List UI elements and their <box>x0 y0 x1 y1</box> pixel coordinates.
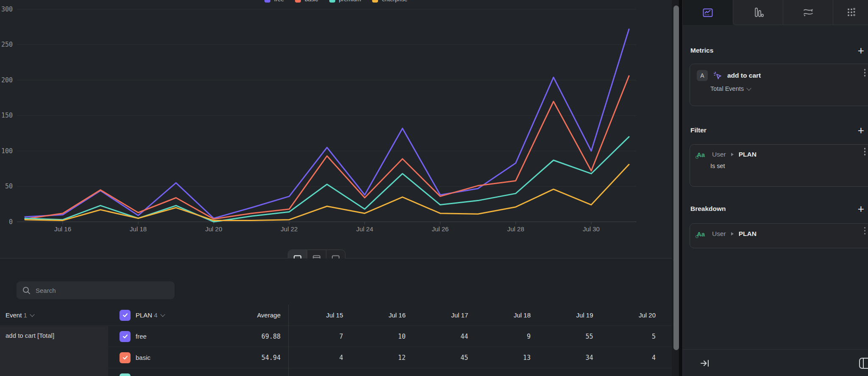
filter-operator[interactable]: Is set <box>690 158 868 169</box>
date-column-header: Jul 15 <box>288 311 351 319</box>
cell-value: 55 <box>538 333 601 340</box>
legend-label: free <box>274 0 284 3</box>
breakdown-options-kebab[interactable] <box>864 227 866 235</box>
line-chart-section: 050100150200250300Jul 16Jul 18Jul 20Jul … <box>0 0 672 258</box>
chart-legend: freebasicpremiumenterprise <box>0 0 672 3</box>
segment-select-all-checkbox[interactable] <box>120 310 131 321</box>
add-metric-button[interactable]: + <box>858 46 864 55</box>
tab-flows[interactable] <box>783 0 833 25</box>
results-table: Event 1 PLAN 4 Average Jul 15Jul 16Jul 1… <box>0 305 672 376</box>
event-column-header[interactable]: Event 1 <box>0 311 108 319</box>
segment-cell[interactable]: basic <box>108 352 220 363</box>
bar-chart-icon <box>752 6 764 18</box>
metric-options-kebab[interactable] <box>864 69 866 76</box>
cell-value: 13 <box>476 354 539 362</box>
x-axis-label: Jul 24 <box>356 225 373 233</box>
layout-panel-button[interactable] <box>859 357 868 371</box>
breakdown-property[interactable]: PLAN <box>739 230 757 238</box>
legend-item-free[interactable]: free <box>264 0 284 3</box>
chevron-down-icon <box>746 86 751 90</box>
date-column-header: Jul 20 <box>601 311 664 319</box>
filter-operator-label: Is set <box>710 163 725 169</box>
search-input[interactable] <box>35 286 169 295</box>
legend-label: basic <box>305 0 318 3</box>
y-axis-label: 200 <box>1 76 13 84</box>
row-checkbox[interactable] <box>120 331 131 342</box>
metrics-title: Metrics <box>690 47 713 54</box>
cell-value: 4 <box>288 354 351 362</box>
tab-insights[interactable] <box>683 0 733 25</box>
filter-card[interactable]: Aa User PLAN Is set <box>690 144 868 187</box>
table-search[interactable] <box>17 281 175 299</box>
segment-label: basic <box>136 354 150 361</box>
collapse-sidebar-button[interactable] <box>700 358 710 370</box>
metric-event-name[interactable]: add to cart <box>727 72 761 79</box>
legend-item-premium[interactable]: premium <box>329 0 362 3</box>
date-column-header: Jul 17 <box>413 311 476 319</box>
check-icon <box>122 354 128 361</box>
legend-label: premium <box>339 0 362 3</box>
segment-column-header[interactable]: PLAN 4 <box>108 310 220 321</box>
check-icon <box>122 333 128 340</box>
y-axis-label: 100 <box>1 147 13 155</box>
x-axis-label: Jul 16 <box>54 225 71 233</box>
tab-funnels[interactable] <box>733 0 783 25</box>
legend-label: enterprise <box>382 0 407 3</box>
query-sidebar: Metrics + A add to cart Total Events Fil… <box>682 0 868 376</box>
legend-item-enterprise[interactable]: enterprise <box>372 0 407 3</box>
chevron-down-icon <box>160 312 165 317</box>
segment-cell[interactable]: premium <box>108 373 220 376</box>
y-axis-label: 150 <box>1 112 13 119</box>
tab-more-reports[interactable] <box>833 0 868 25</box>
series-line-premium[interactable] <box>25 137 629 222</box>
cell-value: 44 <box>413 333 476 340</box>
text-property-icon: Aa <box>697 230 707 238</box>
legend-swatch <box>295 0 301 3</box>
average-value: 69.88 <box>220 333 288 340</box>
y-axis-label: 50 <box>5 182 13 190</box>
legend-item-basic[interactable]: basic <box>295 0 318 3</box>
event-count: 1 <box>24 311 27 319</box>
event-row-label[interactable]: add to cart [Total] <box>0 326 108 376</box>
search-icon <box>22 286 31 295</box>
breakdown-card[interactable]: Aa User PLAN <box>690 223 868 248</box>
segment-label: free <box>136 333 147 340</box>
date-column-header: Jul 16 <box>351 311 414 319</box>
filter-options-kebab[interactable] <box>864 148 866 155</box>
x-axis-label: Jul 26 <box>432 225 449 233</box>
row-checkbox[interactable] <box>120 352 131 363</box>
legend-swatch <box>372 0 378 3</box>
line-chart[interactable]: 050100150200250300Jul 16Jul 18Jul 20Jul … <box>0 0 672 238</box>
legend-swatch <box>329 0 335 3</box>
table-header-row: Event 1 PLAN 4 Average Jul 15Jul 16Jul 1… <box>0 305 672 325</box>
legend-swatch <box>264 0 270 3</box>
main-content: 050100150200250300Jul 16Jul 18Jul 20Jul … <box>0 0 682 376</box>
segment-header-label: PLAN <box>136 311 152 319</box>
check-icon <box>122 312 128 318</box>
table-body: free69.88710449555basic54.944124513344pr… <box>0 325 672 376</box>
event-header-label: Event <box>6 311 22 319</box>
x-axis-label: Jul 30 <box>583 225 600 233</box>
measurement-dropdown[interactable]: Total Events <box>690 81 868 92</box>
row-checkbox[interactable] <box>120 373 131 376</box>
scrollbar-thumb[interactable] <box>673 6 679 350</box>
add-filter-button[interactable]: + <box>858 126 864 135</box>
filter-section-header: Filter + <box>683 124 868 137</box>
apps-grid-icon <box>845 6 857 18</box>
text-property-icon: Aa <box>697 151 707 158</box>
cell-value: 9 <box>476 333 539 340</box>
add-breakdown-button[interactable]: + <box>858 205 864 213</box>
filter-property[interactable]: PLAN <box>739 151 757 158</box>
arrow-to-line-icon <box>700 358 710 368</box>
sidebar-tabbar <box>683 0 868 25</box>
metric-card[interactable]: A add to cart Total Events <box>690 64 868 106</box>
segment-cell[interactable]: free <box>108 331 220 342</box>
cell-value: 10 <box>351 333 414 340</box>
breadcrumb-arrow-icon <box>731 153 734 156</box>
panel-layout-icon <box>859 357 868 369</box>
cell-value: 4 <box>601 354 664 362</box>
series-line-free[interactable] <box>25 29 629 219</box>
flows-icon <box>802 6 814 18</box>
date-column-header: Jul 19 <box>538 311 601 319</box>
cell-value: 45 <box>413 354 476 362</box>
